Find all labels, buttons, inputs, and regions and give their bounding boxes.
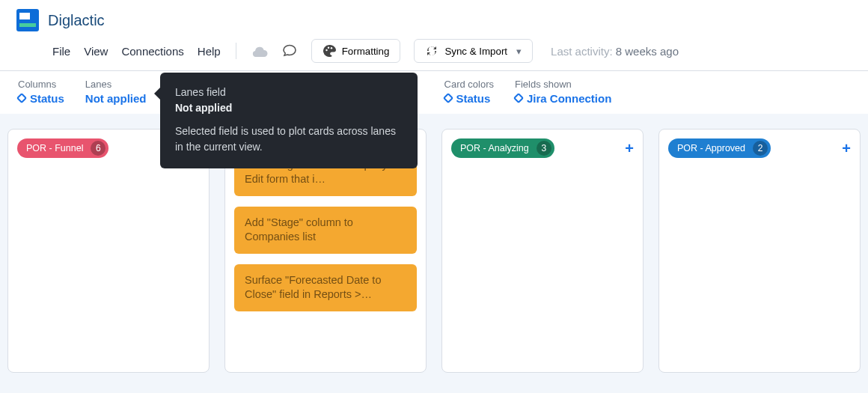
menu-connections[interactable]: Connections bbox=[121, 45, 183, 58]
formatting-label: Formatting bbox=[342, 46, 390, 57]
last-activity-value: 8 weeks ago bbox=[616, 45, 679, 58]
svg-point-1 bbox=[327, 47, 328, 49]
config-lanes-value: Not applied bbox=[85, 92, 147, 105]
diamond-icon bbox=[442, 93, 453, 103]
card[interactable]: Surface "Forecasted Date to Close" field… bbox=[234, 264, 417, 311]
sync-import-button[interactable]: Sync & Import ▾ bbox=[414, 39, 533, 63]
diamond-icon bbox=[16, 93, 27, 103]
config-columns-value: Status bbox=[30, 92, 64, 105]
column-count: 3 bbox=[537, 141, 551, 156]
config-columns-label: Columns bbox=[18, 79, 64, 91]
palette-icon bbox=[323, 44, 336, 58]
column-count: 2 bbox=[753, 141, 768, 156]
sync-import-label: Sync & Import bbox=[444, 46, 507, 57]
config-lanes-label: Lanes bbox=[85, 79, 147, 91]
formatting-button[interactable]: Formatting bbox=[311, 39, 401, 63]
cloud-icon[interactable] bbox=[251, 43, 268, 59]
column-title: POR - Analyzing bbox=[460, 143, 529, 153]
column-count: 6 bbox=[91, 141, 106, 156]
column-header: POR - Analyzing3+ bbox=[451, 138, 634, 158]
tooltip-body: Selected field is used to plot cards acr… bbox=[175, 124, 403, 155]
chevron-down-icon: ▾ bbox=[516, 46, 522, 57]
add-card-button[interactable]: + bbox=[625, 141, 634, 156]
tooltip-label: Lanes field bbox=[175, 85, 403, 100]
config-card-colors[interactable]: Card colors Status bbox=[444, 79, 494, 105]
column-pill[interactable]: POR - Approved2 bbox=[668, 138, 771, 158]
menu-divider bbox=[236, 43, 236, 59]
board-column: POR - Approved2+ bbox=[658, 129, 861, 373]
tooltip-value: Not applied bbox=[175, 100, 403, 116]
card[interactable]: Add "Stage" column to Companies list bbox=[234, 207, 417, 254]
config-columns[interactable]: Columns Status bbox=[18, 79, 64, 105]
column-pill[interactable]: POR - Funnel6 bbox=[17, 138, 109, 158]
chat-icon[interactable] bbox=[281, 43, 298, 59]
column-title: POR - Funnel bbox=[26, 143, 83, 153]
last-activity-label: Last activity: bbox=[551, 45, 613, 58]
column-pill[interactable]: POR - Analyzing3 bbox=[451, 138, 554, 158]
config-fields-shown[interactable]: Fields shown Jira Connection bbox=[515, 79, 611, 105]
menubar: File View Connections Help Formatting Sy… bbox=[0, 31, 868, 71]
app-name: Diglactic bbox=[48, 12, 105, 29]
menu-help[interactable]: Help bbox=[198, 45, 221, 58]
svg-point-0 bbox=[326, 49, 327, 51]
app-logo bbox=[16, 9, 39, 31]
diamond-icon bbox=[513, 93, 524, 103]
lanes-tooltip: Lanes field Not applied Selected field i… bbox=[160, 73, 418, 168]
add-card-button[interactable]: + bbox=[842, 141, 851, 156]
svg-point-2 bbox=[330, 47, 331, 49]
board-column: POR - Analyzing3+ bbox=[441, 129, 644, 373]
column-header: POR - Approved2+ bbox=[668, 138, 851, 158]
config-fields-shown-label: Fields shown bbox=[515, 79, 611, 91]
last-activity: Last activity: 8 weeks ago bbox=[551, 45, 679, 58]
sync-icon bbox=[425, 44, 438, 58]
menu-file[interactable]: File bbox=[52, 45, 70, 58]
column-title: POR - Approved bbox=[677, 143, 745, 153]
config-card-colors-value: Status bbox=[456, 92, 491, 105]
menu-view[interactable]: View bbox=[84, 45, 108, 58]
config-row: Columns Status Lanes Not applied Card co… bbox=[0, 71, 868, 114]
config-card-colors-label: Card colors bbox=[444, 79, 494, 91]
board: POR - Funnel6Add "Stage" field to Compan… bbox=[0, 114, 868, 393]
config-lanes[interactable]: Lanes Not applied bbox=[85, 79, 147, 105]
config-fields-shown-value: Jira Connection bbox=[527, 92, 611, 105]
